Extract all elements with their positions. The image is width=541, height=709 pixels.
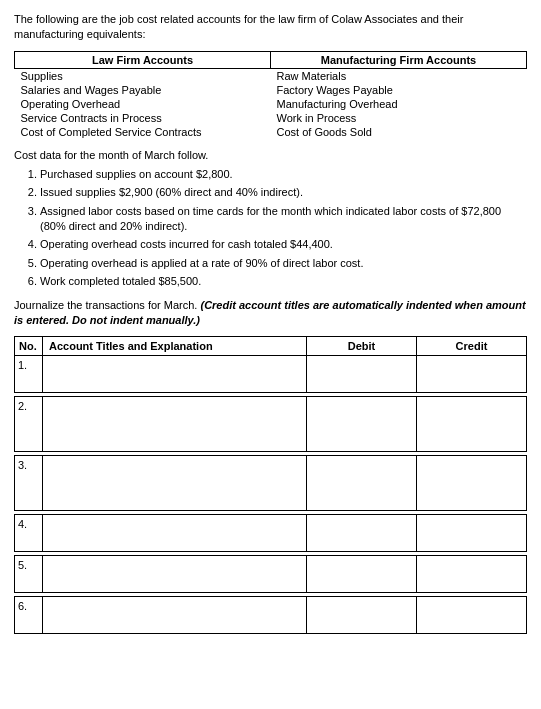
col-account: Account Titles and Explanation bbox=[43, 337, 307, 356]
debit-cell[interactable] bbox=[307, 356, 417, 375]
account-title-input[interactable] bbox=[43, 533, 306, 551]
credit-input[interactable] bbox=[417, 415, 526, 433]
debit-input[interactable] bbox=[307, 356, 416, 374]
manufacturing-account: Cost of Goods Sold bbox=[271, 125, 527, 139]
debit-input[interactable] bbox=[307, 397, 416, 415]
debit-cell[interactable] bbox=[307, 556, 417, 575]
account-title-input[interactable] bbox=[43, 556, 306, 574]
debit-input[interactable] bbox=[307, 533, 416, 551]
manufacturing-account: Work in Process bbox=[271, 111, 527, 125]
debit-cell[interactable] bbox=[307, 533, 417, 552]
credit-input[interactable] bbox=[417, 492, 526, 510]
debit-input[interactable] bbox=[307, 492, 416, 510]
col-no: No. bbox=[15, 337, 43, 356]
credit-input[interactable] bbox=[417, 615, 526, 633]
account-title-input[interactable] bbox=[43, 597, 306, 615]
debit-cell[interactable] bbox=[307, 433, 417, 452]
account-title-cell[interactable] bbox=[43, 574, 307, 593]
credit-cell[interactable] bbox=[417, 615, 527, 634]
credit-cell[interactable] bbox=[417, 515, 527, 534]
header-manufacturing-firm: Manufacturing Firm Accounts bbox=[271, 51, 527, 68]
debit-cell[interactable] bbox=[307, 492, 417, 511]
debit-input[interactable] bbox=[307, 515, 416, 533]
account-title-cell[interactable] bbox=[43, 556, 307, 575]
debit-cell[interactable] bbox=[307, 515, 417, 534]
account-title-cell[interactable] bbox=[43, 597, 307, 616]
account-title-cell[interactable] bbox=[43, 374, 307, 393]
account-title-input[interactable] bbox=[43, 456, 306, 474]
credit-cell[interactable] bbox=[417, 533, 527, 552]
credit-cell[interactable] bbox=[417, 474, 527, 492]
credit-input[interactable] bbox=[417, 456, 526, 474]
account-title-cell[interactable] bbox=[43, 415, 307, 433]
credit-input[interactable] bbox=[417, 556, 526, 574]
account-title-cell[interactable] bbox=[43, 397, 307, 416]
entry-number: 5. bbox=[15, 556, 43, 575]
debit-input[interactable] bbox=[307, 615, 416, 633]
account-title-input[interactable] bbox=[43, 615, 306, 633]
manufacturing-account: Factory Wages Payable bbox=[271, 83, 527, 97]
col-credit: Credit bbox=[417, 337, 527, 356]
credit-cell[interactable] bbox=[417, 356, 527, 375]
account-title-cell[interactable] bbox=[43, 492, 307, 511]
account-title-cell[interactable] bbox=[43, 474, 307, 492]
credit-input[interactable] bbox=[417, 433, 526, 451]
debit-cell[interactable] bbox=[307, 397, 417, 416]
credit-cell[interactable] bbox=[417, 492, 527, 511]
debit-cell[interactable] bbox=[307, 415, 417, 433]
entry-number bbox=[15, 533, 43, 552]
credit-cell[interactable] bbox=[417, 433, 527, 452]
account-title-input[interactable] bbox=[43, 574, 306, 592]
account-title-cell[interactable] bbox=[43, 533, 307, 552]
credit-input[interactable] bbox=[417, 397, 526, 415]
credit-input[interactable] bbox=[417, 515, 526, 533]
account-title-input[interactable] bbox=[43, 515, 306, 533]
debit-input[interactable] bbox=[307, 433, 416, 451]
account-title-cell[interactable] bbox=[43, 615, 307, 634]
credit-input[interactable] bbox=[417, 533, 526, 551]
credit-cell[interactable] bbox=[417, 397, 527, 416]
debit-cell[interactable] bbox=[307, 597, 417, 616]
entry-number bbox=[15, 474, 43, 492]
account-title-input[interactable] bbox=[43, 492, 306, 510]
law-firm-account: Service Contracts in Process bbox=[15, 111, 271, 125]
debit-input[interactable] bbox=[307, 474, 416, 492]
account-title-input[interactable] bbox=[43, 433, 306, 451]
account-title-input[interactable] bbox=[43, 415, 306, 433]
debit-cell[interactable] bbox=[307, 474, 417, 492]
account-title-cell[interactable] bbox=[43, 433, 307, 452]
account-title-cell[interactable] bbox=[43, 356, 307, 375]
credit-cell[interactable] bbox=[417, 456, 527, 475]
credit-cell[interactable] bbox=[417, 597, 527, 616]
debit-cell[interactable] bbox=[307, 574, 417, 593]
debit-input[interactable] bbox=[307, 574, 416, 592]
debit-cell[interactable] bbox=[307, 615, 417, 634]
credit-input[interactable] bbox=[417, 356, 526, 374]
entry-number bbox=[15, 433, 43, 452]
credit-cell[interactable] bbox=[417, 556, 527, 575]
debit-input[interactable] bbox=[307, 456, 416, 474]
debit-input[interactable] bbox=[307, 374, 416, 392]
debit-cell[interactable] bbox=[307, 374, 417, 393]
credit-cell[interactable] bbox=[417, 574, 527, 593]
account-title-input[interactable] bbox=[43, 474, 306, 492]
credit-input[interactable] bbox=[417, 574, 526, 592]
credit-cell[interactable] bbox=[417, 374, 527, 393]
credit-input[interactable] bbox=[417, 597, 526, 615]
credit-input[interactable] bbox=[417, 474, 526, 492]
account-title-cell[interactable] bbox=[43, 515, 307, 534]
entry-number bbox=[15, 415, 43, 433]
credit-cell[interactable] bbox=[417, 415, 527, 433]
debit-input[interactable] bbox=[307, 597, 416, 615]
account-title-input[interactable] bbox=[43, 356, 306, 374]
entry-number: 1. bbox=[15, 356, 43, 375]
account-title-input[interactable] bbox=[43, 397, 306, 415]
credit-input[interactable] bbox=[417, 374, 526, 392]
list-item: Operating overhead is applied at a rate … bbox=[40, 256, 527, 271]
debit-input[interactable] bbox=[307, 556, 416, 574]
account-title-input[interactable] bbox=[43, 374, 306, 392]
debit-cell[interactable] bbox=[307, 456, 417, 475]
debit-input[interactable] bbox=[307, 415, 416, 433]
manufacturing-account: Manufacturing Overhead bbox=[271, 97, 527, 111]
account-title-cell[interactable] bbox=[43, 456, 307, 475]
